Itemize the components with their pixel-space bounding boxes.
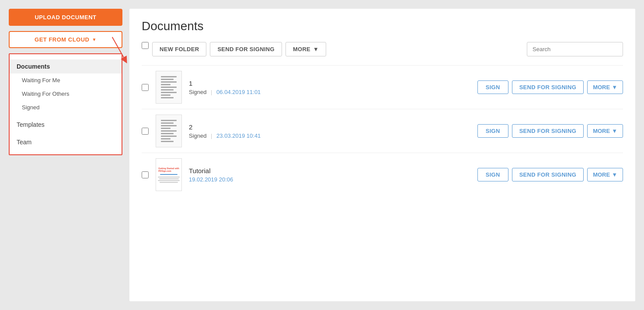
thumb-line [161, 120, 177, 121]
thumb-line [161, 128, 171, 129]
doc-checkbox-1[interactable] [142, 84, 149, 91]
table-row: Getting Started withPDSign.com Tutorial … [142, 153, 623, 196]
doc-info-1: 1 Signed | 06.04.2019 11:01 [189, 80, 470, 95]
more-doc-button-1[interactable]: MORE ▼ [587, 80, 623, 94]
thumbnail-lines-2 [159, 117, 178, 145]
thumb-line [161, 141, 174, 142]
page-title: Documents [142, 19, 623, 33]
more-label: MORE [293, 46, 310, 52]
send-for-signing-button-1[interactable]: SEND FOR SIGNING [512, 80, 584, 94]
table-row: 1 Signed | 06.04.2019 11:01 SIGN SEND FO… [142, 65, 623, 109]
thumb-line [161, 97, 174, 98]
doc-name-1: 1 [189, 80, 470, 87]
tutorial-line-blue [160, 174, 178, 175]
more-doc-chevron-3: ▼ [612, 171, 617, 178]
doc-separator-2: | [211, 132, 214, 139]
doc-actions-2: SIGN SEND FOR SIGNING MORE ▼ [477, 124, 623, 138]
doc-thumbnail-1 [156, 71, 182, 104]
doc-info-3: Tutorial 19.02.2019 20:06 [189, 167, 470, 183]
thumb-line [161, 92, 177, 93]
thumbnail-lines [159, 73, 178, 101]
more-doc-button-2[interactable]: MORE ▼ [587, 124, 623, 138]
select-all-checkbox[interactable] [142, 42, 149, 49]
nav-divider-1 [10, 114, 122, 118]
main-content: Documents NEW FOLDER SEND FOR SIGNING MO… [129, 9, 635, 301]
doc-name-2: 2 [189, 123, 470, 131]
sidebar-item-templates[interactable]: Templates [10, 118, 122, 132]
doc-meta-2: Signed | 23.03.2019 10:41 [189, 132, 470, 139]
thumb-line [161, 84, 171, 85]
tutorial-line [160, 182, 178, 183]
table-row: 2 Signed | 23.03.2019 10:41 SIGN SEND FO… [142, 109, 623, 153]
thumb-line [161, 130, 177, 132]
new-folder-button[interactable]: NEW FOLDER [152, 42, 206, 56]
more-chevron-icon: ▼ [313, 46, 319, 52]
sign-button-3[interactable]: SIGN [477, 168, 508, 181]
tutorial-brand: Getting Started withPDSign.com [158, 167, 179, 172]
doc-date-2: 23.03.2019 10:41 [216, 132, 261, 139]
thumb-line [161, 138, 171, 139]
chevron-down-icon: ▼ [92, 37, 97, 42]
thumb-line [161, 79, 174, 80]
thumb-line [161, 136, 177, 137]
nav-divider-2 [10, 132, 122, 135]
toolbar: NEW FOLDER SEND FOR SIGNING MORE ▼ [142, 42, 623, 56]
tutorial-line [158, 177, 180, 178]
thumb-line [161, 76, 177, 77]
send-for-signing-button-3[interactable]: SEND FOR SIGNING [512, 168, 584, 181]
thumb-line [161, 122, 174, 124]
more-doc-chevron-1: ▼ [612, 84, 617, 91]
doc-actions-1: SIGN SEND FOR SIGNING MORE ▼ [477, 80, 623, 94]
doc-meta-1: Signed | 06.04.2019 11:01 [189, 89, 470, 95]
sidebar-item-waiting-for-others[interactable]: Waiting For Others [10, 87, 122, 101]
search-input[interactable] [527, 42, 623, 56]
toolbar-left: NEW FOLDER SEND FOR SIGNING MORE ▼ [142, 42, 523, 56]
doc-checkbox-2[interactable] [142, 128, 149, 135]
thumb-line [161, 81, 177, 83]
sign-button-1[interactable]: SIGN [477, 80, 508, 94]
cloud-button-label: GET FROM CLOUD [35, 36, 89, 43]
more-doc-chevron-2: ▼ [612, 128, 617, 134]
tutorial-line [159, 178, 179, 179]
sidebar-item-waiting-for-me[interactable]: Waiting For Me [10, 73, 122, 87]
doc-separator-1: | [211, 89, 214, 95]
sign-button-2[interactable]: SIGN [477, 124, 508, 138]
doc-name-3: Tutorial [189, 167, 470, 174]
more-doc-label-1: MORE [593, 84, 610, 91]
more-button[interactable]: MORE ▼ [285, 42, 326, 56]
doc-status-1: Signed [189, 89, 206, 95]
more-doc-button-3[interactable]: MORE ▼ [587, 168, 623, 181]
document-list: 1 Signed | 06.04.2019 11:01 SIGN SEND FO… [142, 65, 623, 196]
thumb-line [161, 133, 174, 134]
doc-meta-3: 19.02.2019 20:06 [189, 176, 470, 183]
doc-info-2: 2 Signed | 23.03.2019 10:41 [189, 123, 470, 139]
more-doc-label-2: MORE [593, 128, 610, 134]
doc-date-3: 19.02.2019 20:06 [189, 176, 233, 183]
doc-thumbnail-2 [156, 115, 182, 147]
thumb-line [161, 87, 177, 88]
sidebar-item-team[interactable]: Team [10, 135, 122, 149]
more-doc-label-3: MORE [593, 171, 610, 178]
upload-document-button[interactable]: UPLOAD DOCUMENT [9, 9, 122, 26]
doc-date-1: 06.04.2019 11:01 [216, 89, 261, 95]
thumb-line [161, 125, 177, 126]
get-from-cloud-button[interactable]: GET FROM CLOUD ▼ [9, 31, 122, 48]
sidebar-nav: Documents Waiting For Me Waiting For Oth… [9, 53, 122, 155]
doc-actions-3: SIGN SEND FOR SIGNING MORE ▼ [477, 168, 623, 181]
thumb-line [161, 89, 174, 91]
doc-thumbnail-3: Getting Started withPDSign.com [156, 158, 182, 191]
doc-status-2: Signed [189, 132, 206, 139]
sidebar-item-documents[interactable]: Documents [10, 59, 122, 73]
sidebar: UPLOAD DOCUMENT GET FROM CLOUD ▼ Documen… [9, 9, 122, 301]
thumb-line [161, 94, 171, 96]
send-for-signing-button-2[interactable]: SEND FOR SIGNING [512, 124, 584, 138]
send-for-signing-button[interactable]: SEND FOR SIGNING [210, 42, 282, 56]
doc-checkbox-3[interactable] [142, 171, 149, 178]
tutorial-line [158, 180, 180, 181]
sidebar-item-signed[interactable]: Signed [10, 101, 122, 114]
